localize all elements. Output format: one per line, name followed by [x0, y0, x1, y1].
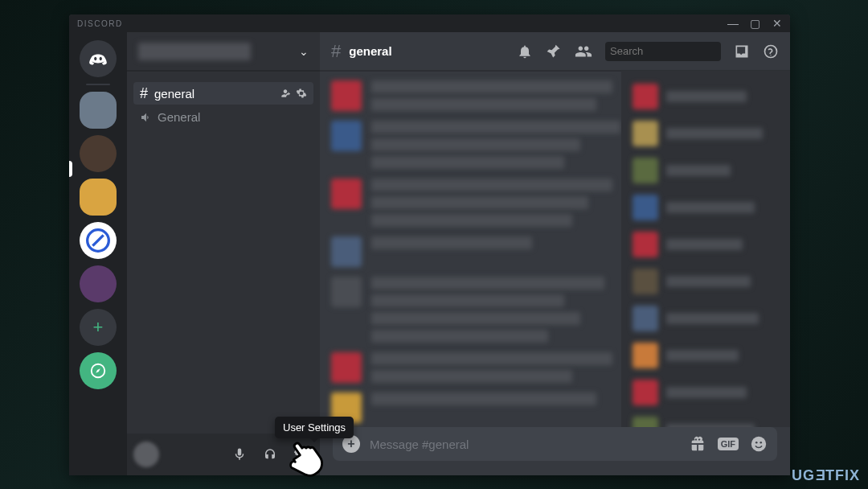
mute-button[interactable] — [227, 442, 252, 467]
maximize-button[interactable]: ▢ — [750, 17, 761, 30]
chat-header: # general — [320, 32, 790, 71]
channel-settings-icon[interactable] — [296, 88, 307, 99]
svg-line-1 — [92, 235, 103, 245]
guild-list: + — [69, 32, 127, 475]
channel-title: general — [349, 44, 391, 58]
voice-channel-general[interactable]: General — [133, 106, 313, 128]
member-row[interactable] — [628, 413, 784, 427]
member-list[interactable] — [621, 71, 790, 427]
gif-button[interactable]: GIF — [718, 438, 739, 450]
explore-servers-button[interactable] — [80, 352, 117, 389]
search-box[interactable] — [605, 42, 721, 61]
svg-point-4 — [770, 54, 771, 55]
member-avatar — [633, 380, 658, 405]
message-input-placeholder: Message #general — [370, 438, 679, 451]
guild-item[interactable] — [80, 92, 117, 129]
tooltip-user-settings: User Settings — [275, 417, 354, 438]
message-avatar — [331, 80, 362, 111]
channel-list: # general General — [127, 71, 320, 434]
message-text — [371, 370, 572, 383]
notifications-icon[interactable] — [517, 43, 533, 60]
member-row[interactable] — [628, 265, 784, 298]
pinned-icon[interactable] — [546, 43, 562, 60]
members-icon[interactable] — [575, 43, 592, 60]
message-text — [371, 312, 580, 325]
message-row — [331, 80, 621, 111]
member-name — [666, 239, 743, 250]
member-row[interactable] — [628, 339, 784, 372]
member-row[interactable] — [628, 228, 784, 261]
message-text — [371, 179, 612, 191]
member-name — [666, 276, 751, 287]
guild-item-selected[interactable] — [80, 179, 117, 216]
guild-separator — [86, 84, 110, 85]
member-avatar — [633, 84, 658, 109]
message-row — [331, 236, 621, 267]
add-server-button[interactable]: + — [80, 309, 117, 346]
message-text — [371, 236, 532, 249]
message-row — [331, 392, 621, 423]
hash-icon: # — [140, 86, 148, 101]
message-avatar — [331, 277, 362, 307]
user-panel — [127, 434, 320, 475]
app-brand: DISCORD — [77, 19, 123, 28]
home-button[interactable] — [80, 40, 117, 77]
speaker-icon — [140, 111, 153, 124]
guild-item[interactable] — [80, 135, 117, 172]
member-name — [666, 91, 747, 102]
message-text — [371, 156, 564, 169]
member-name — [666, 387, 747, 398]
chevron-down-icon: ⌄ — [299, 45, 309, 58]
close-button[interactable]: ✕ — [772, 17, 784, 30]
message-text — [371, 138, 580, 151]
message-text — [371, 352, 612, 365]
member-row[interactable] — [628, 191, 784, 224]
deafen-button[interactable] — [257, 442, 283, 467]
member-avatar — [633, 269, 658, 294]
message-list[interactable] — [320, 71, 621, 427]
guild-item[interactable] — [80, 222, 117, 259]
member-row[interactable] — [628, 117, 784, 150]
member-avatar — [633, 417, 658, 427]
member-avatar — [633, 306, 658, 331]
server-header[interactable]: ⌄ — [127, 32, 320, 71]
channel-sidebar: ⌄ # general — [127, 32, 320, 475]
member-name — [666, 424, 755, 427]
user-avatar[interactable] — [133, 442, 159, 467]
member-name — [666, 165, 731, 176]
message-text — [371, 196, 588, 209]
message-text — [371, 392, 596, 405]
message-row — [331, 179, 621, 227]
message-row — [331, 121, 621, 169]
member-row[interactable] — [628, 302, 784, 335]
member-row[interactable] — [628, 80, 784, 113]
member-name — [666, 128, 763, 139]
guild-selection-indicator — [69, 161, 72, 177]
watermark: UGETFIX — [792, 467, 860, 484]
member-row[interactable] — [628, 154, 784, 187]
member-name — [666, 313, 759, 324]
search-input[interactable] — [610, 45, 745, 57]
server-name — [138, 43, 251, 60]
message-avatar — [331, 352, 362, 383]
help-icon[interactable] — [763, 43, 779, 60]
text-channel-general[interactable]: # general — [133, 82, 313, 105]
member-avatar — [633, 121, 658, 146]
message-avatar — [331, 179, 362, 209]
guild-item[interactable] — [80, 265, 117, 302]
minimize-button[interactable]: — — [727, 17, 739, 30]
svg-point-5 — [751, 437, 766, 451]
chat-area: # general — [320, 32, 790, 475]
emoji-icon[interactable] — [750, 435, 768, 453]
member-name — [666, 350, 739, 361]
inbox-icon[interactable] — [734, 43, 750, 60]
message-row — [331, 277, 621, 343]
message-text — [371, 80, 612, 93]
gift-icon[interactable] — [689, 435, 706, 453]
message-avatar — [331, 236, 362, 267]
create-invite-icon[interactable] — [280, 88, 291, 99]
message-input-box[interactable]: + Message #general GIF — [333, 427, 777, 461]
message-text — [371, 121, 620, 134]
member-avatar — [633, 195, 658, 220]
member-row[interactable] — [628, 376, 784, 409]
